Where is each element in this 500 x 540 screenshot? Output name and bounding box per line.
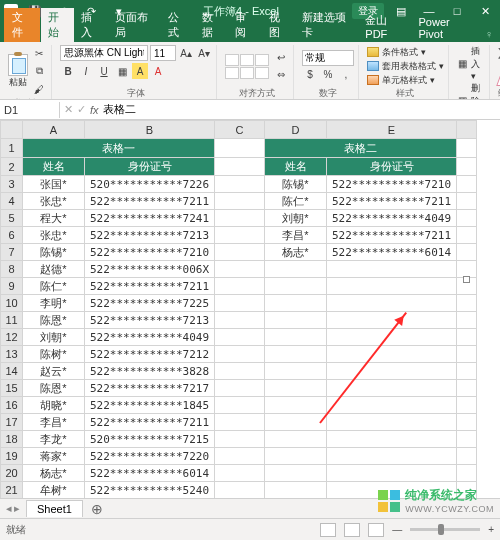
name-box[interactable]: D1 [0,102,60,118]
insert-cells-button[interactable]: ▦插入 ▾ [457,45,485,81]
cell-empty[interactable] [457,261,477,278]
tab-tellme[interactable]: ♀ [478,26,500,42]
table1-name[interactable]: 牟树* [23,482,85,499]
cell-empty[interactable] [457,227,477,244]
zoom-out-button[interactable]: — [392,524,402,535]
col-b-header[interactable]: B [85,121,215,139]
table1-name[interactable]: 张国* [23,176,85,193]
table1-id[interactable]: 520***********7226 [85,176,215,193]
table1-name[interactable]: 赵德* [23,261,85,278]
table2-id[interactable] [327,363,457,380]
row-header[interactable]: 16 [1,397,23,414]
number-format-select[interactable] [302,50,354,66]
cell-empty[interactable] [457,193,477,210]
percent-icon[interactable]: % [320,67,336,83]
table2-name[interactable] [265,363,327,380]
cell-empty[interactable] [457,397,477,414]
col-a-header[interactable]: A [23,121,85,139]
table2-name[interactable] [265,295,327,312]
col-c-header[interactable]: C [215,121,265,139]
bold-button[interactable]: B [60,63,76,79]
row-header[interactable]: 17 [1,414,23,431]
view-layout-icon[interactable] [344,523,360,537]
table1-name[interactable]: 张忠* [23,227,85,244]
row-header[interactable]: 2 [1,158,23,176]
table1-name[interactable]: 赵云* [23,363,85,380]
underline-button[interactable]: U [96,63,112,79]
table2-name[interactable]: 陈仁* [265,193,327,210]
tab-newtab[interactable]: 新建选项卡 [295,8,358,42]
table1-name[interactable]: 陈恩* [23,312,85,329]
row-header[interactable]: 1 [1,139,23,158]
cell-empty[interactable] [215,261,265,278]
col-f-header[interactable] [457,121,477,139]
cell-empty[interactable] [215,465,265,482]
delete-cells-button[interactable]: ▦删除 ▾ [457,82,485,100]
shrink-font-icon[interactable]: A▾ [196,45,212,61]
table1-name[interactable]: 陈树* [23,346,85,363]
fill-handle-icon[interactable] [463,276,470,283]
cell-empty[interactable] [457,312,477,329]
view-break-icon[interactable] [368,523,384,537]
table1-title[interactable]: 表格一 [23,139,215,158]
table2-name[interactable] [265,397,327,414]
row-header[interactable]: 5 [1,210,23,227]
cell-empty[interactable] [215,448,265,465]
cell-empty[interactable] [215,431,265,448]
row-header[interactable]: 8 [1,261,23,278]
table2-name[interactable] [265,346,327,363]
table2-name[interactable] [265,312,327,329]
table2-name[interactable] [265,482,327,499]
cell-empty[interactable] [457,244,477,261]
tab-pdf[interactable]: 金山PDF [358,11,411,42]
cell-empty[interactable] [457,329,477,346]
view-normal-icon[interactable] [320,523,336,537]
paste-button[interactable]: 粘贴 [8,54,28,89]
table1-name[interactable]: 陈仁* [23,278,85,295]
table1-name[interactable]: 程大* [23,210,85,227]
select-all-corner[interactable] [1,121,23,139]
table1-name[interactable]: 胡晓* [23,397,85,414]
font-size-select[interactable] [150,45,176,61]
cell-empty[interactable] [215,193,265,210]
add-sheet-button[interactable]: ⊕ [83,501,111,517]
spreadsheet-grid[interactable]: A B C D E 1表格一表格二2姓名身份证号姓名身份证号3张国*520***… [0,120,477,499]
table1-name[interactable]: 蒋家* [23,448,85,465]
cell-style-button[interactable]: 单元格样式 ▾ [367,74,444,87]
tab-formulas[interactable]: 公式 [161,8,195,42]
table2-name[interactable] [265,380,327,397]
table2-id[interactable] [327,465,457,482]
row-header[interactable]: 3 [1,176,23,193]
sheet-nav-prev-icon[interactable]: ◂ [6,502,12,515]
cell-empty[interactable] [457,431,477,448]
tab-layout[interactable]: 页面布局 [108,8,161,42]
table1-id[interactable]: 522***********7211 [85,414,215,431]
table2-id[interactable]: 522***********7211 [327,193,457,210]
row-header[interactable]: 20 [1,465,23,482]
cell-empty[interactable] [215,482,265,499]
tab-review[interactable]: 审阅 [228,8,262,42]
table1-id[interactable]: 522***********7225 [85,295,215,312]
cell-empty[interactable] [457,295,477,312]
cut-icon[interactable]: ✂ [31,45,47,61]
cell-empty[interactable] [457,176,477,193]
table1-id[interactable]: 522***********3828 [85,363,215,380]
cell-empty[interactable] [457,448,477,465]
row-header[interactable]: 7 [1,244,23,261]
table2-id[interactable] [327,278,457,295]
table2-id[interactable] [327,414,457,431]
cond-format-button[interactable]: 条件格式 ▾ [367,46,444,59]
table2-h2[interactable]: 身份证号 [327,158,457,176]
table1-name[interactable]: 杨志* [23,465,85,482]
comma-icon[interactable]: , [338,67,354,83]
row-header[interactable]: 13 [1,346,23,363]
table2-name[interactable]: 李昌* [265,227,327,244]
cell-empty[interactable] [215,346,265,363]
table1-id[interactable]: 522***********7211 [85,193,215,210]
fill-color-button[interactable]: A [132,63,148,79]
table2-id[interactable] [327,346,457,363]
fx-icon[interactable]: fx [90,104,99,116]
cell-empty[interactable] [215,397,265,414]
cell-empty[interactable] [457,380,477,397]
cell-empty[interactable] [215,329,265,346]
